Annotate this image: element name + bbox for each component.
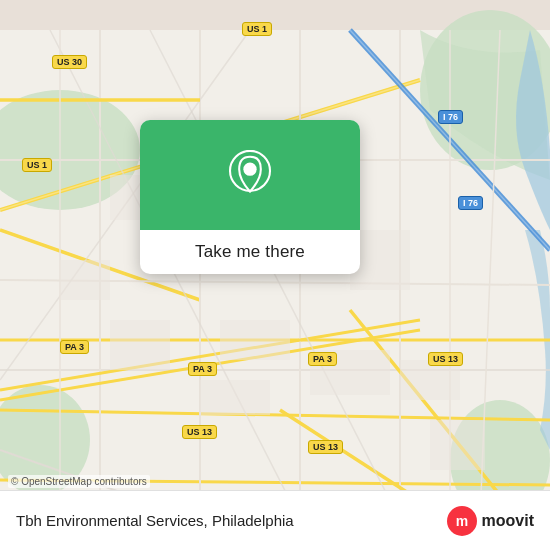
road-badge-i76-mid: I 76 bbox=[458, 196, 483, 210]
map-container[interactable]: US 30 US 1 US 1 US 1 PA 3 PA 3 PA 3 US 1… bbox=[0, 0, 550, 550]
svg-rect-33 bbox=[220, 320, 290, 360]
popup-header bbox=[140, 120, 360, 230]
road-badge-pa3-right: PA 3 bbox=[308, 352, 337, 366]
road-badge-us1-top: US 1 bbox=[242, 22, 272, 36]
location-pin-icon bbox=[225, 150, 275, 200]
moovit-logo: m moovit bbox=[446, 505, 534, 537]
road-badge-i76-top: I 76 bbox=[438, 110, 463, 124]
popup-card: Take me there bbox=[140, 120, 360, 274]
road-badge-us30: US 30 bbox=[52, 55, 87, 69]
road-badge-us13-bl: US 13 bbox=[182, 425, 217, 439]
svg-rect-39 bbox=[400, 360, 460, 400]
moovit-icon: m bbox=[446, 505, 478, 537]
svg-rect-38 bbox=[60, 260, 110, 300]
svg-point-42 bbox=[243, 163, 256, 176]
road-badge-us13-bm: US 13 bbox=[308, 440, 343, 454]
bottom-bar: Tbh Environmental Services, Philadelphia… bbox=[0, 490, 550, 550]
svg-text:m: m bbox=[455, 513, 467, 529]
svg-rect-35 bbox=[110, 320, 170, 370]
moovit-text: moovit bbox=[482, 512, 534, 530]
popup-footer[interactable]: Take me there bbox=[140, 230, 360, 274]
svg-rect-40 bbox=[430, 420, 485, 470]
take-me-there-button[interactable]: Take me there bbox=[195, 242, 305, 262]
map-svg bbox=[0, 0, 550, 550]
place-name: Tbh Environmental Services, Philadelphia bbox=[16, 512, 446, 529]
osm-attribution: © OpenStreetMap contributors bbox=[8, 475, 150, 488]
road-badge-us1-left: US 1 bbox=[22, 158, 52, 172]
road-badge-pa3-left: PA 3 bbox=[60, 340, 89, 354]
svg-rect-37 bbox=[200, 380, 270, 415]
road-badge-us13-r: US 13 bbox=[428, 352, 463, 366]
road-badge-pa3-mid: PA 3 bbox=[188, 362, 217, 376]
